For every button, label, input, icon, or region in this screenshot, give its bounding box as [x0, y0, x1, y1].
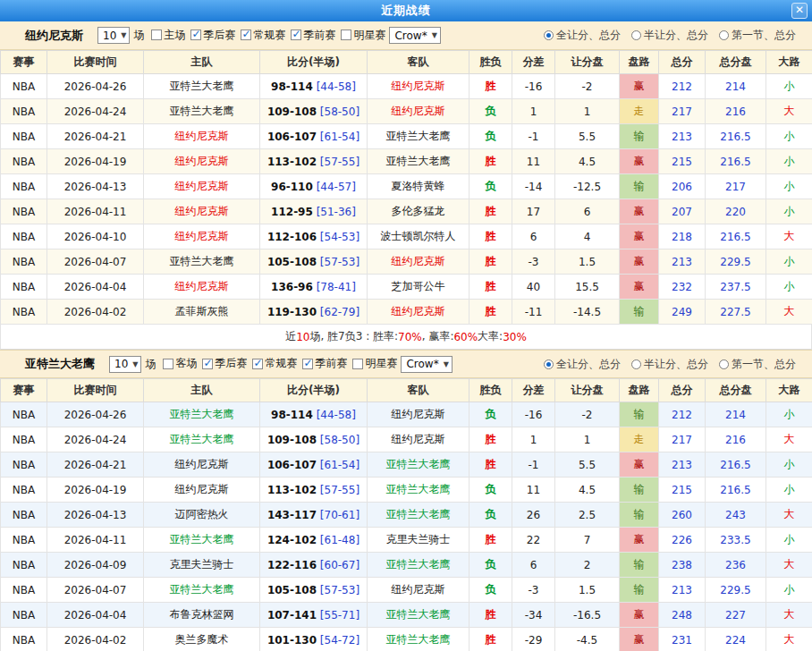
handicap-line-cell: 4.5: [555, 478, 620, 503]
handicap-line-cell: 4: [555, 224, 620, 249]
team1-filter-bar: 纽约尼克斯 10 ▼ 场 主场季后赛常规赛季前赛明星赛 Crow* ▼ 全让分、…: [0, 21, 812, 50]
total-points-cell: 226: [659, 528, 706, 553]
score-cell: 143-117 [70-61]: [260, 503, 368, 528]
bookmaker-select[interactable]: Crow* ▼: [401, 356, 452, 373]
total-points-cell: 217: [659, 99, 706, 124]
odds-type-radio[interactable]: 半让分、总分: [631, 357, 708, 372]
filter-checkbox[interactable]: 明星赛: [352, 356, 397, 371]
odds-type-radio[interactable]: 全让分、总分: [544, 28, 621, 43]
chevron-down-icon: ▼: [132, 360, 138, 368]
date-cell: 2026-04-11: [47, 528, 144, 553]
date-cell: 2026-04-21: [47, 452, 144, 478]
handicap-line-cell: 1.5: [555, 249, 620, 275]
column-header: 盘路: [620, 51, 659, 74]
filter-checkbox[interactable]: 季前赛: [302, 356, 347, 371]
fulltime-score: 106-107: [267, 459, 317, 471]
match-row: NBA2026-04-07亚特兰大老鹰105-108 [57-53]纽约尼克斯胜…: [1, 249, 812, 275]
column-header: 胜负: [469, 51, 512, 74]
bookmaker-select[interactable]: Crow* ▼: [389, 27, 440, 44]
fulltime-score: 122-116: [267, 559, 317, 571]
team1-results-table: 赛事比赛时间主队比分(半场)客队胜负分差让分盘盘路总分总分盘大路 NBA2026…: [0, 50, 812, 325]
date-cell: 2026-04-11: [47, 199, 144, 224]
radio-icon[interactable]: [631, 359, 641, 369]
handicap-line-cell: 7: [555, 528, 620, 553]
filter-checkbox[interactable]: 主场: [151, 28, 185, 43]
score-cell: 106-107 [61-54]: [260, 452, 368, 478]
column-header: 分差: [512, 51, 555, 74]
handicap-result-cell: 走: [620, 99, 659, 124]
radio-icon[interactable]: [719, 30, 729, 40]
score-cell: 96-110 [44-57]: [260, 174, 368, 199]
league-cell: NBA: [1, 503, 47, 528]
away-team-cell: 纽约尼克斯: [368, 578, 469, 603]
games-count-select[interactable]: 10 ▼: [109, 356, 141, 373]
checkbox-checked-icon[interactable]: [190, 30, 201, 40]
point-diff-cell: -34: [512, 603, 555, 628]
over-under-cell: 大: [766, 224, 812, 249]
checkbox-checked-icon[interactable]: [302, 359, 313, 369]
checkbox-unchecked-icon[interactable]: [151, 30, 162, 40]
handicap-result-cell: 赢: [620, 603, 659, 628]
score-cell: 98-114 [44-58]: [260, 74, 368, 99]
checkbox-label: 明星赛: [353, 28, 385, 43]
filter-checkbox[interactable]: 明星赛: [341, 28, 385, 43]
match-row: NBA2026-04-04纽约尼克斯136-96 [78-41]芝加哥公牛胜40…: [1, 275, 812, 300]
league-cell: NBA: [1, 74, 47, 99]
filter-checkbox[interactable]: 季前赛: [291, 28, 335, 43]
away-team-cell: 亚特兰大老鹰: [368, 503, 469, 528]
radio-selected-icon[interactable]: [544, 30, 554, 40]
checkbox-unchecked-icon[interactable]: [352, 359, 363, 369]
summary-segment: 大率:: [478, 329, 503, 344]
filter-checkbox[interactable]: 季后赛: [190, 28, 235, 43]
total-points-cell: 213: [659, 452, 706, 478]
total-points-cell: 249: [659, 300, 706, 325]
column-header: 胜负: [469, 379, 512, 402]
fulltime-score: 124-102: [267, 534, 317, 546]
recent-results-dialog: 近期战绩 ✕ 纽约尼克斯 10 ▼ 场 主场季后赛常规赛季前赛明星赛 Crow*…: [0, 0, 812, 651]
checkbox-checked-icon[interactable]: [291, 30, 301, 40]
radio-icon[interactable]: [719, 359, 729, 369]
total-points-cell: 218: [659, 224, 706, 249]
table-header-row: 赛事比赛时间主队比分(半场)客队胜负分差让分盘盘路总分总分盘大路: [1, 379, 812, 402]
games-count-select[interactable]: 10 ▼: [97, 27, 130, 44]
filter-checkbox[interactable]: 季后赛: [202, 356, 247, 371]
checkbox-checked-icon[interactable]: [252, 359, 263, 369]
over-under-cell: 小: [766, 249, 812, 275]
total-points-cell: 231: [659, 628, 706, 651]
halftime-score: [57-55]: [320, 484, 359, 496]
close-button[interactable]: ✕: [791, 3, 808, 19]
odds-type-radio[interactable]: 全让分、总分: [544, 357, 621, 372]
score-cell: 101-130 [54-72]: [260, 628, 368, 651]
radio-selected-icon[interactable]: [544, 359, 554, 369]
filter-checkbox[interactable]: 常规赛: [252, 356, 297, 371]
games-count-value: 10: [114, 358, 128, 370]
odds-type-radio[interactable]: 第一节、总分: [719, 28, 796, 43]
total-points-cell: 238: [659, 553, 706, 578]
fulltime-score: 98-114: [271, 409, 313, 421]
over-under-cell: 大: [766, 628, 812, 651]
radio-label: 半让分、总分: [644, 357, 708, 372]
halftime-score: [61-54]: [320, 131, 359, 143]
team1-name: 纽约尼克斯: [25, 28, 83, 44]
point-diff-cell: -3: [512, 578, 555, 603]
away-team-cell: 纽约尼克斯: [368, 249, 469, 275]
halftime-score: [70-61]: [320, 509, 359, 521]
point-diff-cell: -11: [512, 300, 555, 325]
total-line-cell: 229.5: [706, 578, 766, 603]
checkbox-label: 季后赛: [215, 356, 247, 371]
filter-checkbox[interactable]: 客场: [163, 356, 197, 371]
checkbox-unchecked-icon[interactable]: [341, 30, 351, 40]
score-cell: 98-114 [44-58]: [260, 402, 368, 427]
away-team-cell: 亚特兰大老鹰: [368, 124, 469, 149]
checkbox-unchecked-icon[interactable]: [163, 359, 173, 369]
checkbox-checked-icon[interactable]: [241, 30, 251, 40]
filter-checkbox[interactable]: 常规赛: [241, 28, 285, 43]
halftime-score: [55-71]: [320, 609, 359, 621]
result-cell: 胜: [469, 528, 512, 553]
radio-icon[interactable]: [631, 30, 641, 40]
odds-type-radio[interactable]: 第一节、总分: [719, 357, 796, 372]
odds-type-radio[interactable]: 半让分、总分: [631, 28, 708, 43]
total-line-cell: 237.5: [706, 275, 766, 300]
score-cell: 109-108 [58-50]: [260, 427, 368, 452]
checkbox-checked-icon[interactable]: [202, 359, 213, 369]
